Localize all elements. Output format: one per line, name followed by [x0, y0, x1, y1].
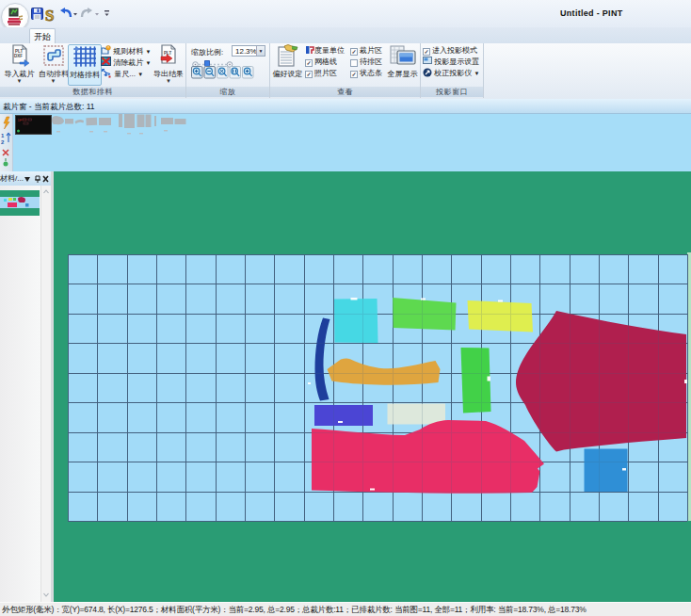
- svg-text:DXF: DXF: [14, 54, 23, 58]
- svg-text:S: S: [45, 8, 54, 24]
